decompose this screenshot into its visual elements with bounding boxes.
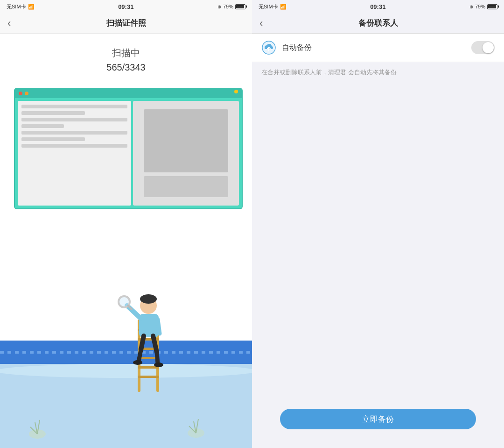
svg-point-22 xyxy=(133,360,142,365)
left-battery-text: 79% xyxy=(223,4,233,9)
backup-content: 自动备份 在合并或删除联系人前，清理君 会自动先将其备份 立即备份 xyxy=(252,34,504,448)
doc-line-5 xyxy=(21,131,127,135)
right-nav-title: 备份联系人 xyxy=(358,18,398,28)
right-panel: 无SIM卡 📶 09:31 ⊕ 79% ‹ 备份联系人 xyxy=(252,0,504,448)
person-svg xyxy=(112,282,187,394)
left-status-right: ⊕ 79% xyxy=(217,4,245,9)
doc-right-extra xyxy=(144,176,229,197)
left-battery-fill xyxy=(236,5,244,8)
right-nav-bar: ‹ 备份联系人 xyxy=(252,13,504,34)
left-panel: 无SIM卡 📶 09:31 ⊕ 79% ‹ 扫描证件照 扫描中 565/3343 xyxy=(0,0,252,448)
right-battery-icon xyxy=(487,4,497,9)
left-nav-bar: ‹ 扫描证件照 xyxy=(0,13,252,34)
auto-backup-toggle[interactable] xyxy=(471,41,495,54)
left-back-button[interactable]: ‹ xyxy=(7,17,11,29)
ground-plants xyxy=(0,411,252,439)
doc-line-1 xyxy=(21,105,127,108)
left-status-time: 09:31 xyxy=(118,3,133,10)
right-wifi-icon: 📶 xyxy=(280,4,287,10)
backup-spacer xyxy=(252,83,504,400)
doc-right-col xyxy=(133,101,239,206)
doc-line-6 xyxy=(21,137,85,141)
right-compass-icon: ⊕ xyxy=(469,4,473,9)
left-wifi-icon: 📶 xyxy=(28,4,35,10)
right-battery-text: 79% xyxy=(475,4,485,9)
left-compass-icon: ⊕ xyxy=(217,4,221,9)
scan-status-text: 扫描中 xyxy=(0,47,252,59)
doc-line-3 xyxy=(21,118,127,121)
left-nav-title: 扫描证件照 xyxy=(106,18,146,28)
toggle-knob xyxy=(483,42,494,53)
instant-backup-button[interactable]: 立即备份 xyxy=(280,409,476,429)
left-status-bar: 无SIM卡 📶 09:31 ⊕ 79% xyxy=(0,0,252,13)
svg-point-23 xyxy=(154,363,163,367)
document-mock xyxy=(14,88,243,209)
cloud-upload-icon xyxy=(262,41,276,55)
scan-progress-text: 565/3343 xyxy=(0,62,252,73)
left-battery-icon xyxy=(235,4,245,9)
right-status-bar: 无SIM卡 📶 09:31 ⊕ 79% xyxy=(252,0,504,13)
svg-rect-10 xyxy=(138,376,159,378)
doc-left-col xyxy=(18,101,131,206)
doc-right-inner xyxy=(144,109,229,172)
illustration-area xyxy=(0,83,252,448)
right-status-left: 无SIM卡 📶 xyxy=(259,3,287,10)
svg-line-17 xyxy=(158,320,160,334)
backup-button-label: 立即备份 xyxy=(362,414,394,425)
doc-line-4 xyxy=(21,124,64,128)
backup-button-wrap: 立即备份 xyxy=(252,399,504,448)
doc-content xyxy=(15,98,242,208)
svg-line-21 xyxy=(157,352,158,364)
right-status-time: 09:31 xyxy=(370,3,385,10)
auto-backup-row: 自动备份 xyxy=(252,34,504,62)
scan-status-area: 扫描中 565/3343 xyxy=(0,34,252,78)
cloud-icon-wrap xyxy=(261,40,276,55)
right-back-button[interactable]: ‹ xyxy=(259,17,263,29)
right-status-right: ⊕ 79% xyxy=(469,4,497,9)
dot-red xyxy=(19,92,22,95)
ground-scene xyxy=(0,317,252,448)
doc-line-2 xyxy=(21,111,85,115)
doc-titlebar xyxy=(15,89,242,98)
person-illustration xyxy=(112,282,159,376)
left-no-sim-text: 无SIM卡 xyxy=(7,3,26,10)
svg-point-12 xyxy=(140,294,157,304)
doc-line-7 xyxy=(21,144,127,148)
right-no-sim-text: 无SIM卡 xyxy=(259,3,278,10)
dot-yellow xyxy=(234,90,238,93)
backup-description: 在合并或删除联系人前，清理君 会自动先将其备份 xyxy=(252,62,504,83)
left-status-left: 无SIM卡 📶 xyxy=(7,3,35,10)
right-battery-fill xyxy=(488,5,496,8)
svg-line-19 xyxy=(139,350,141,362)
auto-backup-label: 自动备份 xyxy=(282,43,466,53)
svg-line-18 xyxy=(141,336,144,350)
dot-orange xyxy=(25,92,28,95)
